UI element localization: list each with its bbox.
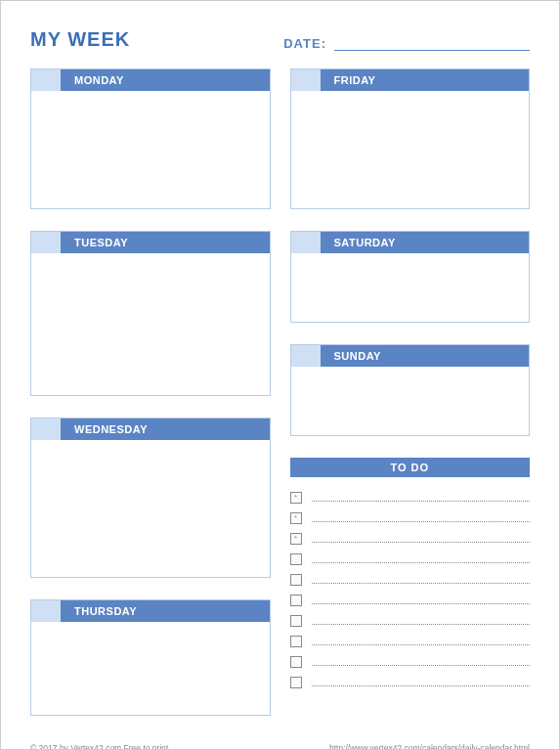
- todo-row: [290, 672, 531, 692]
- footer-copyright: © 2017 by Vertex42.com Free to print.: [30, 743, 171, 750]
- day-sunday: SUNDAY: [290, 344, 531, 436]
- todo-row: [290, 569, 531, 590]
- day-label-thursday: THURSDAY: [61, 600, 137, 622]
- todo-row: *: [290, 507, 531, 528]
- footer-url: http://www.vertex42.com/calendars/daily-…: [329, 743, 530, 750]
- todo-line[interactable]: [312, 617, 531, 625]
- day-header: SATURDAY: [291, 232, 530, 253]
- day-header: THURSDAY: [31, 600, 270, 622]
- todo-row: [290, 549, 531, 569]
- todo-checkbox[interactable]: [290, 615, 302, 627]
- left-column: MONDAY TUESDAY WEDNESDAY THURSDAY: [30, 68, 271, 737]
- day-thursday: THURSDAY: [30, 599, 271, 716]
- todo-checkbox[interactable]: [290, 574, 302, 586]
- todo-row: [290, 590, 531, 610]
- todo-checkbox[interactable]: *: [290, 492, 302, 504]
- day-body-thursday[interactable]: [31, 622, 270, 715]
- day-monday: MONDAY: [30, 68, 271, 209]
- todo-line[interactable]: [312, 596, 531, 604]
- day-body-monday[interactable]: [31, 91, 270, 208]
- footer: © 2017 by Vertex42.com Free to print. ht…: [30, 743, 530, 750]
- todo-checkbox[interactable]: [290, 677, 302, 688]
- todo-line[interactable]: [312, 555, 531, 563]
- todo-row: *: [290, 487, 531, 507]
- date-label: DATE:: [283, 36, 326, 51]
- page-title: MY WEEK: [30, 28, 130, 51]
- todo-row: *: [290, 528, 531, 549]
- day-header: TUESDAY: [31, 232, 270, 253]
- day-tab: [291, 345, 321, 367]
- day-tab: [31, 600, 61, 622]
- day-tuesday: TUESDAY: [30, 231, 271, 396]
- todo-line[interactable]: [312, 494, 531, 502]
- todo-row: [290, 631, 531, 651]
- day-body-tuesday[interactable]: [31, 253, 270, 395]
- todo-line[interactable]: [312, 638, 531, 645]
- todo-section: TO DO * * *: [290, 458, 531, 692]
- todo-line[interactable]: [312, 535, 531, 543]
- right-column: FRIDAY SATURDAY SUNDAY TO DO * * *: [290, 68, 531, 737]
- day-label-tuesday: TUESDAY: [61, 232, 128, 253]
- day-tab: [31, 419, 61, 440]
- todo-line[interactable]: [312, 576, 531, 584]
- todo-checkbox[interactable]: [290, 636, 302, 647]
- day-label-friday: FRIDAY: [321, 69, 376, 91]
- day-body-saturday[interactable]: [291, 253, 530, 322]
- day-body-wednesday[interactable]: [31, 440, 270, 577]
- todo-checkbox[interactable]: [290, 553, 302, 565]
- todo-row: [290, 610, 531, 631]
- day-header: SUNDAY: [291, 345, 530, 367]
- todo-line[interactable]: [312, 658, 531, 666]
- todo-line[interactable]: [312, 514, 531, 522]
- day-header: MONDAY: [31, 69, 270, 91]
- todo-line[interactable]: [312, 679, 531, 686]
- day-label-saturday: SATURDAY: [321, 232, 396, 253]
- day-label-sunday: SUNDAY: [321, 345, 381, 367]
- day-body-friday[interactable]: [291, 91, 530, 208]
- todo-checkbox[interactable]: *: [290, 512, 302, 524]
- todo-header: TO DO: [290, 458, 531, 477]
- date-input-line[interactable]: [334, 37, 530, 51]
- day-wednesday: WEDNESDAY: [30, 418, 271, 578]
- day-saturday: SATURDAY: [290, 231, 531, 323]
- day-body-sunday[interactable]: [291, 367, 530, 435]
- day-tab: [31, 232, 61, 253]
- day-header: WEDNESDAY: [31, 419, 270, 440]
- day-tab: [291, 232, 321, 253]
- date-row: DATE:: [283, 36, 530, 51]
- day-label-monday: MONDAY: [61, 69, 124, 91]
- todo-checkbox[interactable]: [290, 656, 302, 668]
- day-header: FRIDAY: [291, 69, 530, 91]
- content: MONDAY TUESDAY WEDNESDAY THURSDAY: [30, 68, 530, 737]
- day-label-wednesday: WEDNESDAY: [61, 419, 148, 440]
- day-tab: [291, 69, 321, 91]
- day-tab: [31, 69, 61, 91]
- todo-checkbox[interactable]: [290, 595, 302, 606]
- todo-checkbox[interactable]: *: [290, 533, 302, 545]
- todo-row: [290, 651, 531, 672]
- day-friday: FRIDAY: [290, 68, 531, 209]
- header: MY WEEK DATE:: [30, 28, 530, 51]
